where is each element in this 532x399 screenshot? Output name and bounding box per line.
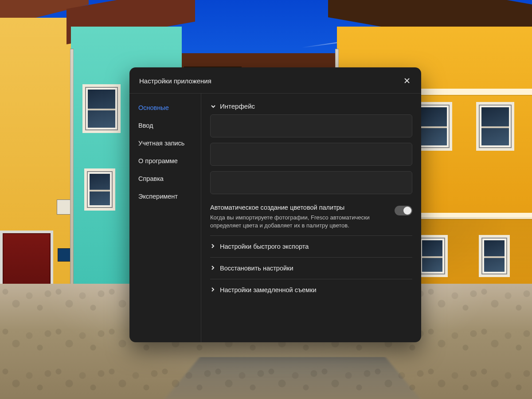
dialog-body: Основные Ввод Учетная запись О программе…: [129, 94, 421, 342]
auto-palette-row: Автоматическое создание цветовой палитры…: [210, 200, 412, 236]
settings-dialog: Настройки приложения Основные Ввод Учетн…: [129, 67, 421, 342]
auto-palette-text: Автоматическое создание цветовой палитры…: [210, 204, 388, 229]
sidebar-item-label: Основные: [138, 104, 169, 111]
accordion-label: Настройки быстрого экспорта: [220, 243, 309, 250]
chevron-right-icon: [210, 243, 215, 250]
window: [479, 235, 510, 277]
auto-palette-toggle[interactable]: [395, 206, 412, 215]
sidebar-item-experiment[interactable]: Эксперимент: [129, 188, 201, 205]
dialog-header: Настройки приложения: [129, 67, 421, 94]
section-interface-header[interactable]: Интерфейс: [210, 100, 412, 114]
sidebar-item-help[interactable]: Справка: [129, 170, 201, 188]
accordion-timelapse[interactable]: Настройки замедленной съемки: [210, 279, 412, 301]
accordion-label: Настройки замедленной съемки: [220, 286, 317, 293]
close-button[interactable]: [401, 74, 413, 87]
sidebar-item-label: Эксперимент: [138, 193, 178, 200]
interface-field-2[interactable]: [210, 143, 412, 166]
interface-field-1[interactable]: [210, 114, 412, 137]
settings-content: Интерфейс Автоматическое создание цветов…: [201, 94, 421, 342]
auto-palette-description: Когда вы импортируете фотографии, Fresco…: [210, 214, 387, 229]
sidebar-item-account[interactable]: Учетная запись: [129, 134, 201, 152]
chevron-down-icon: [210, 103, 216, 110]
section-title: Интерфейс: [220, 102, 255, 110]
settings-sidebar: Основные Ввод Учетная запись О программе…: [129, 94, 201, 342]
window: [84, 168, 115, 211]
sidebar-item-label: Справка: [138, 175, 164, 182]
accordion-restore-settings[interactable]: Восстановить настройки: [210, 258, 412, 279]
accordion-quick-export[interactable]: Настройки быстрого экспорта: [210, 236, 412, 258]
window: [417, 235, 448, 277]
sidebar-item-about[interactable]: О программе: [129, 152, 201, 170]
sidebar-item-label: Учетная запись: [138, 140, 184, 147]
accordion-label: Восстановить настройки: [220, 265, 293, 272]
sidebar-item-label: О программе: [138, 157, 178, 164]
close-icon: [403, 77, 411, 84]
sidebar-item-general[interactable]: Основные: [129, 99, 201, 117]
dialog-title: Настройки приложения: [139, 77, 211, 85]
gutter: [70, 49, 74, 310]
sidebar-item-label: Ввод: [138, 122, 153, 129]
window: [476, 102, 514, 151]
window: [82, 84, 121, 133]
chevron-right-icon: [210, 286, 215, 293]
interface-field-3[interactable]: [210, 171, 412, 194]
auto-palette-title: Автоматическое создание цветовой палитры: [210, 204, 388, 211]
sidebar-item-input[interactable]: Ввод: [129, 117, 201, 134]
chevron-right-icon: [210, 265, 215, 272]
